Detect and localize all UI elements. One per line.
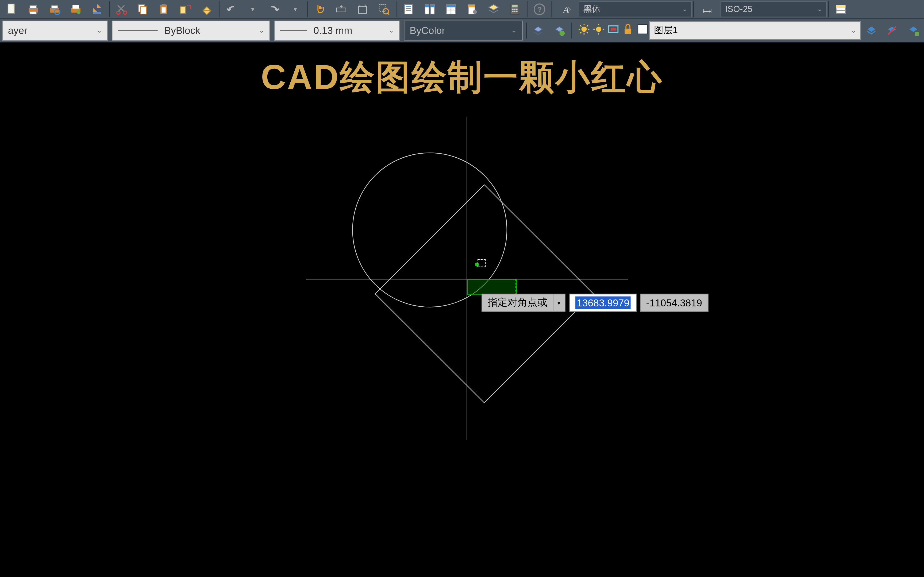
svg-line-67 — [587, 32, 588, 33]
dynamic-input-tooltip: 指定对角点或 ▾ 13683.9979 -11054.3819 — [481, 294, 708, 312]
zoom-in-icon[interactable] — [331, 0, 352, 18]
calculator-icon[interactable] — [504, 0, 526, 18]
svg-rect-32 — [425, 4, 429, 7]
svg-rect-78 — [638, 24, 647, 34]
color-swatch[interactable] — [636, 22, 649, 38]
layer-iso-icon[interactable] — [861, 22, 882, 39]
dim-style-icon[interactable] — [695, 0, 720, 18]
design-center-icon[interactable] — [419, 0, 440, 18]
color-dropdown[interactable]: ByColor ⌄ — [404, 20, 523, 40]
cursor-pickbox — [478, 259, 486, 267]
chevron-down-icon: ⌄ — [817, 5, 822, 13]
table-style-icon[interactable] — [830, 0, 851, 18]
svg-rect-27 — [404, 4, 412, 14]
dynamic-prompt: 指定对角点或 — [481, 294, 553, 312]
lock-icon[interactable] — [621, 22, 635, 38]
svg-point-41 — [473, 10, 477, 14]
linetype-dropdown[interactable]: ByBlock ⌄ — [112, 20, 270, 40]
linetype-value: ByBlock — [164, 24, 200, 36]
svg-rect-48 — [514, 10, 515, 12]
copy-icon[interactable] — [132, 0, 154, 18]
svg-rect-3 — [30, 11, 37, 14]
tool-palette-icon[interactable] — [440, 0, 462, 18]
layer-filter-icon[interactable] — [903, 22, 924, 39]
chevron-down-icon: ⌄ — [682, 5, 687, 13]
svg-line-66 — [580, 25, 582, 26]
undo-icon[interactable] — [221, 0, 242, 18]
svg-rect-47 — [512, 10, 514, 12]
match-props-icon[interactable] — [175, 0, 196, 18]
sun-freeze-icon[interactable] — [592, 22, 606, 38]
svg-rect-17 — [162, 7, 166, 12]
svg-rect-79 — [914, 32, 919, 35]
color-value: ByColor — [410, 24, 445, 36]
paste-icon[interactable] — [154, 0, 175, 18]
svg-rect-40 — [468, 4, 475, 7]
properties-icon[interactable] — [398, 0, 419, 18]
main-toolbar: ▼ ▼ ? A 黑体 ⌄ ISO-25 ⌄ — [0, 0, 924, 19]
drawing-canvas[interactable]: CAD绘图绘制一颗小红心 指定对角点或 ▾ 13683.9979 -11054.… — [0, 42, 924, 577]
svg-line-68 — [580, 32, 582, 33]
chevron-down-icon: ⌄ — [388, 27, 394, 34]
dim-style-dropdown[interactable]: ISO-25 ⌄ — [720, 1, 827, 17]
svg-line-69 — [587, 25, 588, 26]
svg-rect-16 — [162, 4, 166, 6]
svg-point-12 — [124, 11, 127, 14]
layer-viewport-icon[interactable] — [607, 22, 620, 38]
layer-label: ayer — [8, 24, 27, 36]
properties-toolbar: ayer ⌄ ByBlock ⌄ 0.13 mm ⌄ ByColor ⌄ 图层1… — [0, 19, 924, 43]
svg-rect-43 — [512, 5, 518, 7]
erase-icon[interactable] — [196, 0, 218, 18]
lineweight-dropdown[interactable]: 0.13 mm ⌄ — [274, 20, 400, 40]
layer-selector-dropdown[interactable]: ayer ⌄ — [2, 20, 107, 40]
chevron-down-icon: ⌄ — [511, 27, 517, 34]
svg-line-26 — [388, 13, 389, 15]
svg-rect-77 — [625, 28, 632, 34]
print-preview-icon[interactable] — [44, 0, 65, 18]
svg-point-60 — [560, 30, 565, 35]
svg-rect-20 — [337, 8, 346, 12]
svg-rect-24 — [379, 4, 386, 11]
chevron-down-icon: ⌄ — [851, 27, 856, 34]
svg-rect-49 — [516, 10, 518, 12]
lineweight-value: 0.13 mm — [313, 24, 352, 36]
publish-icon[interactable] — [86, 0, 108, 18]
new-file-icon[interactable] — [2, 0, 23, 18]
svg-text:A: A — [563, 4, 569, 14]
zoom-window-icon[interactable] — [373, 0, 395, 18]
layer-prev-icon[interactable] — [528, 22, 549, 39]
svg-rect-8 — [73, 5, 79, 8]
dynamic-menu-icon[interactable]: ▾ — [553, 294, 565, 312]
svg-rect-5 — [51, 5, 58, 8]
text-style-icon[interactable]: A — [553, 0, 579, 18]
svg-rect-10 — [93, 12, 101, 14]
sheet-set-icon[interactable] — [462, 0, 483, 18]
svg-rect-36 — [446, 4, 456, 7]
redo-icon[interactable] — [263, 0, 285, 18]
drawing-svg — [0, 42, 924, 577]
pan-icon[interactable] — [309, 0, 331, 18]
dynamic-y-input[interactable]: -11054.3819 — [640, 294, 708, 312]
dynamic-x-input[interactable]: 13683.9979 — [569, 294, 637, 312]
help-icon[interactable]: ? — [529, 0, 550, 18]
dim-style-value: ISO-25 — [725, 4, 752, 14]
sun-on-icon[interactable] — [577, 22, 591, 38]
layer-manager-icon[interactable] — [483, 0, 504, 18]
print-icon[interactable] — [23, 0, 44, 18]
layer-uniso-icon[interactable] — [882, 22, 903, 39]
svg-point-70 — [596, 26, 602, 32]
svg-rect-46 — [516, 8, 518, 10]
svg-point-11 — [117, 11, 120, 14]
layer-states-icon[interactable] — [549, 22, 570, 39]
page-setup-icon[interactable] — [65, 0, 87, 18]
font-style-value: 黑体 — [583, 3, 601, 15]
font-style-dropdown[interactable]: 黑体 ⌄ — [579, 1, 692, 17]
layer-name-dropdown[interactable]: 图层1 ⌄ — [649, 21, 861, 40]
svg-text:?: ? — [537, 5, 542, 13]
svg-rect-45 — [514, 8, 515, 10]
selection-edge — [515, 279, 516, 295]
zoom-extents-icon[interactable] — [352, 0, 373, 18]
redo-dropdown-icon[interactable]: ▼ — [285, 0, 306, 18]
cut-icon[interactable] — [111, 0, 132, 18]
undo-dropdown-icon[interactable]: ▼ — [242, 0, 263, 18]
